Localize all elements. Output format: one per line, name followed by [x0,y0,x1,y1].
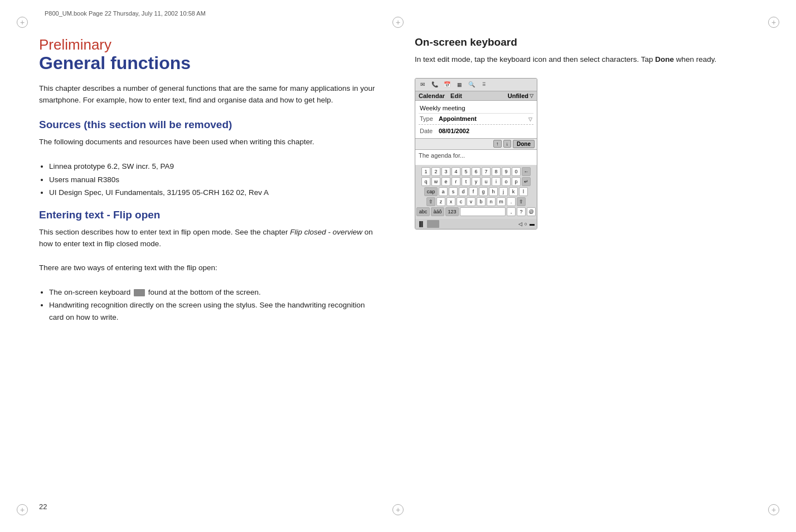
kb-key-cap[interactable]: cap [424,187,438,196]
kb-key-m[interactable]: m [497,197,506,206]
bullet1-text-after: found at the bottom of the screen. [148,288,261,296]
heading-main: General functions [39,53,381,73]
phone-content: Weekly meeting Type Appointment ▽ Date 0… [415,101,537,138]
kb-key-at[interactable]: @ [527,207,536,216]
right-body-text: In text edit mode, tap the keyboard icon… [415,55,655,64]
kb-key-5[interactable]: 5 [462,167,470,176]
kb-key-f[interactable]: f [469,187,478,196]
kb-key-9[interactable]: 9 [502,167,511,176]
phone-mockup: ✉ 📞 📅 ▦ 🔍 ⠿ Calendar Edit Unfiled ▽ [415,78,537,230]
menu-calendar[interactable]: Calendar [419,92,445,99]
kb-key-accent[interactable]: àáô [431,207,444,216]
phone-keyboard: 1 2 3 4 5 6 7 8 9 0 ← q w e r [415,165,537,219]
right-section-body: In text edit mode, tap the keyboard icon… [415,54,757,66]
phone-statusbar: ▐▌ ◁ ○ ▬ [415,219,537,229]
kb-row-asdf: cap a s d f g h j k l [416,187,536,196]
kb-key-0[interactable]: 0 [512,167,521,176]
kb-key-e[interactable]: e [441,177,450,186]
kb-key-n[interactable]: n [487,197,496,206]
kb-key-a[interactable]: a [439,187,448,196]
phone-toolbar-icons: ✉ 📞 📅 ▦ 🔍 ⠿ [415,79,537,91]
section2-bullets: The on-screen keyboard found at the bott… [49,286,381,324]
kb-key-3[interactable]: 3 [441,167,450,176]
right-body-end: when ready. [674,55,716,64]
signal-icon: ▐▌ [418,221,425,227]
kb-row-qwerty: q w e r t y u i o p ↵ [416,177,536,186]
section1-title: Sources (this section will be removed) [39,119,381,131]
kb-key-backspace[interactable]: ← [522,167,531,176]
unfiled-label: Unfiled [508,92,528,99]
keyboard-inline-icon [134,289,145,296]
kb-key-v[interactable]: v [467,197,475,206]
reg-mark-bm [392,504,404,515]
kb-key-abc[interactable]: abc [416,207,430,216]
date-value: 08/01/2002 [439,128,469,134]
left-column: Preliminary General functions This chapt… [39,31,398,501]
page-number: 22 [39,502,47,511]
kb-key-comma[interactable]: , [507,207,516,216]
kb-row-numbers: 1 2 3 4 5 6 7 8 9 0 ← [416,167,536,176]
kb-key-j[interactable]: j [499,187,508,196]
kb-key-p[interactable]: p [512,177,521,186]
type-value: Appointment [439,115,477,122]
kb-key-h[interactable]: h [489,187,498,196]
kb-key-1[interactable]: 1 [421,167,430,176]
kb-row-zxcv: ⇧ z x c v b n m . ⇧ [416,197,536,206]
menu-edit[interactable]: Edit [450,92,462,99]
reg-mark-bl [17,504,28,515]
kb-key-123[interactable]: 123 [445,207,459,216]
kb-key-enter[interactable]: ↵ [522,177,531,186]
kb-key-6[interactable]: 6 [472,167,480,176]
up-icon-btn[interactable]: ↑ [493,140,502,148]
kb-key-8[interactable]: 8 [492,167,501,176]
kb-key-question[interactable]: ? [517,207,526,216]
file-info: P800_UM.book Page 22 Thursday, July 11, … [45,10,206,17]
kb-key-7[interactable]: 7 [482,167,491,176]
kb-key-4[interactable]: 4 [452,167,460,176]
keyboard-mode-icon[interactable] [427,220,439,228]
kb-key-i[interactable]: i [492,177,501,186]
kb-key-y[interactable]: y [472,177,480,186]
menu-unfiled[interactable]: Unfiled ▽ [508,92,533,99]
kb-key-z[interactable]: z [436,197,445,206]
phone-textarea[interactable]: The agenda for... [415,150,537,165]
section2-body1: This section describes how to enter text… [39,227,381,250]
kb-key-u[interactable]: u [482,177,491,186]
type-dropdown-icon[interactable]: ▽ [528,116,532,122]
unfiled-arrow-icon: ▽ [530,93,533,99]
section2-body1-text: This section describes how to enter text… [39,228,290,236]
right-body-bold: Done [655,55,674,64]
connection-icon: ▬ [530,221,535,227]
kb-key-b[interactable]: b [477,197,486,206]
list-item: Handwriting recognition directly on the … [49,299,381,323]
kb-key-g[interactable]: g [479,187,488,196]
kb-key-k[interactable]: k [509,187,518,196]
phone-menubar: Calendar Edit Unfiled ▽ [415,91,537,101]
list-item: Users manual R380s [49,174,381,186]
kb-key-q[interactable]: q [421,177,430,186]
kb-key-w[interactable]: w [431,177,440,186]
list-item: The on-screen keyboard found at the bott… [49,286,381,299]
kb-key-space[interactable] [460,207,506,216]
kb-key-2[interactable]: 2 [431,167,440,176]
kb-key-shift-l[interactable]: ⇧ [426,197,435,206]
section1-bullets: Linnea prototype 6.2, SW incr. 5, PA9 Us… [49,160,381,199]
kb-key-t[interactable]: t [462,177,470,186]
section2-body1-italic: Flip closed - overview [290,228,362,236]
phone-icon: 📞 [430,80,439,89]
kb-key-x[interactable]: x [446,197,455,206]
heading-preliminary: Preliminary [39,36,381,53]
kb-key-d[interactable]: d [459,187,468,196]
kb-key-o[interactable]: o [502,177,511,186]
kb-key-c[interactable]: c [457,197,465,206]
kb-key-s[interactable]: s [449,187,458,196]
content-area: Preliminary General functions This chapt… [39,31,757,501]
reg-mark-tm [392,17,404,28]
kb-key-r[interactable]: r [452,177,460,186]
down-icon-btn[interactable]: ↓ [503,140,512,148]
volume-icon: ◁ [518,221,522,227]
kb-key-shift-r[interactable]: ⇧ [517,197,526,206]
kb-key-period[interactable]: . [507,197,516,206]
done-button[interactable]: Done [513,140,535,148]
kb-key-l[interactable]: l [519,187,528,196]
